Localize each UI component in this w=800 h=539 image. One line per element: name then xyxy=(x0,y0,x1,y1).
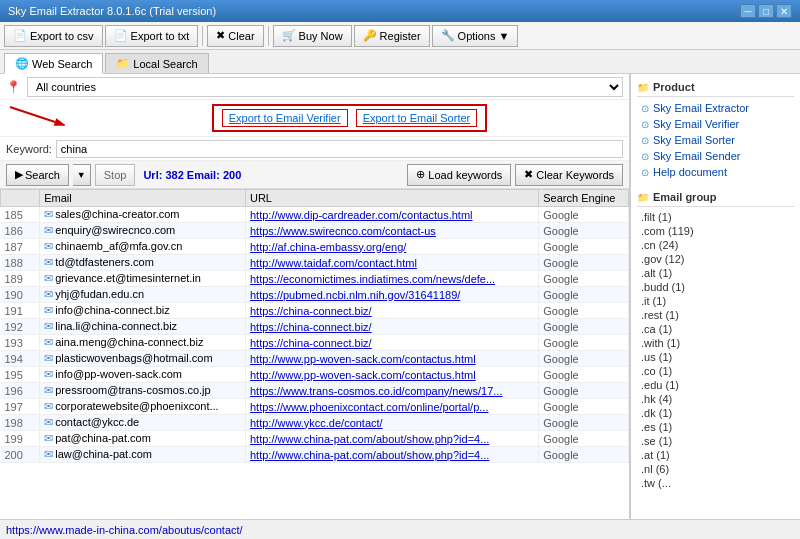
email-group-item[interactable]: .gov (12) xyxy=(637,252,794,266)
results-table: Email URL Search Engine 185 ✉sales@china… xyxy=(0,189,629,463)
cell-url[interactable]: http://af.china-embassy.org/eng/ xyxy=(245,239,538,255)
register-button[interactable]: 🔑 Register xyxy=(354,25,430,47)
email-group-item-label: .budd (1) xyxy=(641,281,685,293)
email-group-section: 📁 Email group .filt (1).com (119).cn (24… xyxy=(631,184,800,494)
keyword-row: Keyword: xyxy=(0,137,629,161)
email-group-item[interactable]: .hk (4) xyxy=(637,392,794,406)
export-csv-button[interactable]: 📄 Export to csv xyxy=(4,25,103,47)
email-icon: ✉ xyxy=(44,416,53,428)
email-group-item[interactable]: .se (1) xyxy=(637,434,794,448)
email-group-item-label: .filt (1) xyxy=(641,211,672,223)
email-group-item[interactable]: .budd (1) xyxy=(637,280,794,294)
export-sorter-link[interactable]: Export to Email Sorter xyxy=(356,109,478,127)
cell-url[interactable]: http://www.dip-cardreader.com/contactus.… xyxy=(245,207,538,223)
options-button[interactable]: 🔧 Options ▼ xyxy=(432,25,519,47)
options-icon: 🔧 xyxy=(441,29,455,42)
email-icon: ✉ xyxy=(44,352,53,364)
cell-url[interactable]: http://www.pp-woven-sack.com/contactus.h… xyxy=(245,351,538,367)
location-icon: 📍 xyxy=(6,80,21,94)
clear-button[interactable]: ✖ Clear xyxy=(207,25,263,47)
cell-url[interactable]: http://www.china-pat.com/about/show.php?… xyxy=(245,447,538,463)
email-group-item[interactable]: .tw (... xyxy=(637,476,794,490)
email-icon: ✉ xyxy=(44,224,53,236)
location-row: 📍 All countries xyxy=(0,74,629,100)
cell-email: ✉plasticwovenbags@hotmail.com xyxy=(40,351,246,367)
email-group-item-label: .dk (1) xyxy=(641,407,672,419)
cell-url[interactable]: https://china-connect.biz/ xyxy=(245,303,538,319)
email-group-item[interactable]: .alt (1) xyxy=(637,266,794,280)
export-links-box: Export to Email Verifier Export to Email… xyxy=(212,104,487,132)
close-button[interactable]: ✕ xyxy=(776,4,792,18)
stop-button[interactable]: Stop xyxy=(95,164,136,186)
cell-url[interactable]: http://www.ykcc.de/contact/ xyxy=(245,415,538,431)
cell-url[interactable]: http://www.china-pat.com/about/show.php?… xyxy=(245,431,538,447)
bullet-icon: ⊙ xyxy=(641,103,649,114)
table-row: 185 ✉sales@china-creator.com http://www.… xyxy=(1,207,629,223)
product-items: ⊙Sky Email Extractor⊙Sky Email Verifier⊙… xyxy=(637,100,794,180)
email-icon: ✉ xyxy=(44,304,53,316)
cell-url[interactable]: https://economictimes.indiatimes.com/new… xyxy=(245,271,538,287)
load-keywords-button[interactable]: ⊕ Load keywords xyxy=(407,164,511,186)
cell-num: 190 xyxy=(1,287,40,303)
search-button[interactable]: ▶ Search xyxy=(6,164,69,186)
cell-url[interactable]: http://www.taidaf.com/contact.html xyxy=(245,255,538,271)
tab-web-search[interactable]: 🌐 Web Search xyxy=(4,53,103,74)
email-group-item-label: .ca (1) xyxy=(641,323,672,335)
minimize-button[interactable]: ─ xyxy=(740,4,756,18)
email-icon: ✉ xyxy=(44,336,53,348)
product-item[interactable]: ⊙Sky Email Extractor xyxy=(637,100,794,116)
email-group-item[interactable]: .com (119) xyxy=(637,224,794,238)
cell-num: 198 xyxy=(1,415,40,431)
cell-num: 197 xyxy=(1,399,40,415)
product-item[interactable]: ⊙Sky Email Sorter xyxy=(637,132,794,148)
cell-url[interactable]: http://www.pp-woven-sack.com/contactus.h… xyxy=(245,367,538,383)
email-group-item[interactable]: .rest (1) xyxy=(637,308,794,322)
email-group-item[interactable]: .co (1) xyxy=(637,364,794,378)
email-group-item[interactable]: .us (1) xyxy=(637,350,794,364)
keyword-input[interactable] xyxy=(56,140,623,158)
email-group-item[interactable]: .nl (6) xyxy=(637,462,794,476)
email-group-item-label: .with (1) xyxy=(641,337,680,349)
clear-keywords-button[interactable]: ✖ Clear Keywords xyxy=(515,164,623,186)
product-item[interactable]: ⊙Help document xyxy=(637,164,794,180)
product-item[interactable]: ⊙Sky Email Sender xyxy=(637,148,794,164)
col-header-engine: Search Engine xyxy=(539,190,629,207)
cell-url[interactable]: https://www.phoenixcontact.com/online/po… xyxy=(245,399,538,415)
product-item[interactable]: ⊙Sky Email Verifier xyxy=(637,116,794,132)
email-group-item[interactable]: .cn (24) xyxy=(637,238,794,252)
search-dropdown-button[interactable]: ▼ xyxy=(73,164,91,186)
export-txt-button[interactable]: 📄 Export to txt xyxy=(105,25,199,47)
email-group-item[interactable]: .at (1) xyxy=(637,448,794,462)
export-csv-icon: 📄 xyxy=(13,29,27,42)
cell-email: ✉pressroom@trans-cosmos.co.jp xyxy=(40,383,246,399)
email-group-item[interactable]: .it (1) xyxy=(637,294,794,308)
cell-url[interactable]: https://pubmed.ncbi.nlm.nih.gov/31641189… xyxy=(245,287,538,303)
cell-url[interactable]: https://china-connect.biz/ xyxy=(245,319,538,335)
email-icon: ✉ xyxy=(44,208,53,220)
email-group-item[interactable]: .ca (1) xyxy=(637,322,794,336)
cell-email: ✉grievance.et@timesinternet.in xyxy=(40,271,246,287)
svg-line-1 xyxy=(10,107,55,122)
maximize-button[interactable]: □ xyxy=(758,4,774,18)
cell-url[interactable]: https://www.trans-cosmos.co.id/company/n… xyxy=(245,383,538,399)
search-controls: ▶ Search ▼ Stop Url: 382 Email: 200 ⊕ Lo… xyxy=(0,161,629,189)
email-group-item[interactable]: .with (1) xyxy=(637,336,794,350)
email-icon: ✉ xyxy=(44,432,53,444)
email-group-item[interactable]: .edu (1) xyxy=(637,378,794,392)
email-group-item[interactable]: .es (1) xyxy=(637,420,794,434)
email-group-section-title: 📁 Email group xyxy=(637,188,794,207)
buy-now-button[interactable]: 🛒 Buy Now xyxy=(273,25,352,47)
local-search-icon: 📁 xyxy=(116,57,130,70)
tab-local-search[interactable]: 📁 Local Search xyxy=(105,53,208,73)
export-verifier-link[interactable]: Export to Email Verifier xyxy=(222,109,348,127)
col-header-url: URL xyxy=(245,190,538,207)
email-group-item[interactable]: .filt (1) xyxy=(637,210,794,224)
cell-num: 196 xyxy=(1,383,40,399)
export-txt-icon: 📄 xyxy=(114,29,128,42)
cell-url[interactable]: https://www.swirecnco.com/contact-us xyxy=(245,223,538,239)
email-group-item[interactable]: .dk (1) xyxy=(637,406,794,420)
country-select[interactable]: All countries xyxy=(27,77,623,97)
email-icon: ✉ xyxy=(44,384,53,396)
bullet-icon: ⊙ xyxy=(641,151,649,162)
cell-url[interactable]: https://china-connect.biz/ xyxy=(245,335,538,351)
